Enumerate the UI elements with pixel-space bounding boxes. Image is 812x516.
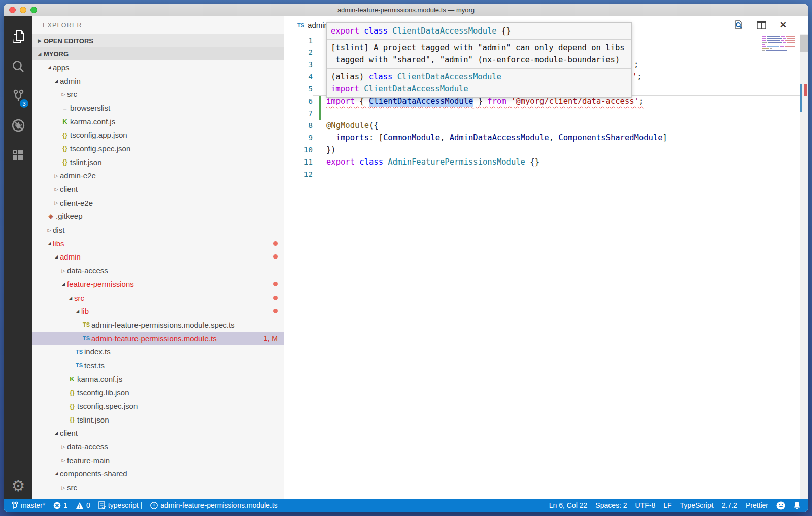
tree-item-feature-permissions[interactable]: ◢feature-permissions (32, 277, 284, 291)
tree-item-data-access[interactable]: ▷data-access (32, 264, 284, 277)
status-encoding[interactable]: UTF-8 (635, 501, 656, 509)
line-number: 4 (284, 71, 313, 83)
tree-item-label: tsconfig.spec.json (77, 402, 138, 410)
status-cursor-position[interactable]: Ln 6, Col 22 (549, 501, 588, 509)
tree-item-karma.conf.js[interactable]: Kkarma.conf.js (32, 115, 284, 128)
line-number: 7 (284, 107, 313, 119)
code-line-7[interactable]: 7 (284, 107, 808, 119)
status-errors[interactable]: 1 (53, 501, 67, 509)
tree-item-tslint.json[interactable]: {}tslint.json (32, 155, 284, 169)
folder-expanded-icon: ◢ (60, 282, 67, 286)
status-warnings[interactable]: 0 (76, 501, 90, 509)
tree-item-label: tsconfig.spec.json (70, 144, 130, 153)
tree-item-client-e2e[interactable]: ▷client-e2e (32, 196, 284, 210)
tree-item-libs[interactable]: ◢libs (32, 237, 284, 250)
overview-modified-mark (800, 84, 802, 112)
scrollbar-slider[interactable] (800, 35, 808, 52)
tree-item-client[interactable]: ▷client (32, 182, 284, 196)
info-icon (150, 502, 158, 509)
error-dot-badge (273, 254, 278, 259)
tree-item-tslint.json[interactable]: {}tslint.json (32, 413, 284, 427)
status-notifications[interactable] (793, 501, 801, 509)
debug-activity-item[interactable] (4, 112, 32, 141)
tree-item-tsconfig.spec.json[interactable]: {}tsconfig.spec.json (32, 399, 284, 413)
code-line-11[interactable]: 11export class AdminFeaturePermissionsMo… (284, 156, 808, 168)
extensions-activity-item[interactable] (4, 141, 32, 171)
folder-expanded-icon: ◢ (46, 65, 53, 70)
list-icon: ≡ (60, 104, 70, 112)
search-activity-item[interactable] (4, 53, 32, 82)
split-editor-icon[interactable] (757, 21, 766, 29)
close-icon[interactable]: ✕ (780, 20, 787, 30)
tree-item-tsconfig.app.json[interactable]: {}tsconfig.app.json (32, 128, 284, 142)
status-label: 1 (63, 501, 67, 509)
status-ts-version[interactable]: 2.7.2 (722, 501, 737, 509)
tree-item-label: admin-feature-permissions.module.spec.ts (91, 320, 235, 329)
tree-item-admin-feature-permissions.module.ts[interactable]: TSadmin-feature-permissions.module.ts1, … (32, 332, 284, 345)
tree-item-apps[interactable]: ◢apps (32, 60, 284, 74)
folder-expanded-icon: ◢ (53, 79, 60, 83)
code-content: }) (313, 144, 336, 156)
settings-gear-icon[interactable]: ⚙ (12, 478, 25, 494)
tree-item-client[interactable]: ◢client (32, 427, 284, 440)
code-token: AdminFeaturePermissionsModule (388, 156, 530, 168)
code-line-10[interactable]: 10}) (284, 144, 808, 156)
tree-item-src[interactable]: ▷src (32, 87, 284, 101)
open-preview-icon[interactable] (734, 20, 743, 30)
code-editor[interactable]: 123;4';56import { ClientDataAccessModule… (284, 34, 808, 499)
code-token: ({ (369, 119, 379, 132)
tree-item-test.ts[interactable]: TStest.ts (32, 359, 284, 372)
code-line-12[interactable]: 12 (284, 168, 808, 180)
tree-item-admin-e2e[interactable]: ▷admin-e2e (32, 169, 284, 183)
status-tslint[interactable]: typescript | (98, 501, 142, 509)
folder-expanded-icon: ◢ (74, 309, 81, 313)
status-prettier[interactable]: Prettier (746, 501, 768, 509)
tree-item-tsconfig.lib.json[interactable]: {}tsconfig.lib.json (32, 386, 284, 400)
line-number: 12 (284, 168, 313, 180)
open-editors-header[interactable]: ▶ OPEN EDITORS (32, 34, 284, 47)
warning-icon (76, 502, 84, 509)
tree-item-tsconfig.spec.json[interactable]: {}tsconfig.spec.json (32, 142, 284, 155)
status-language[interactable]: TypeScript (680, 501, 714, 509)
explorer-activity-item[interactable] (4, 23, 32, 53)
tree-item-data-access[interactable]: ▷data-access (32, 440, 284, 454)
explorer-sidebar: EXPLORER ▶ OPEN EDITORS ◢ MYORG ◢apps◢ad… (32, 16, 284, 499)
extensions-icon (12, 148, 25, 164)
line-number: 9 (284, 132, 313, 144)
status-feedback[interactable] (776, 501, 785, 510)
tree-item-.gitkeep[interactable]: ◈.gitkeep (32, 210, 284, 223)
source-control-activity-item[interactable]: 3 (4, 82, 32, 112)
code-token: }) (326, 144, 336, 156)
tree-item-dist[interactable]: ▷dist (32, 223, 284, 237)
file-tree: ◢apps◢admin▷src≡browserslistKkarma.conf.… (32, 60, 284, 494)
tree-item-label: test.ts (84, 361, 105, 370)
titlebar: admin-feature-permissions.module.ts — my… (4, 4, 808, 16)
tree-item-feature-main[interactable]: ▷feature-main (32, 454, 284, 467)
json-icon: {} (60, 158, 70, 166)
tree-item-browserslist[interactable]: ≡browserslist (32, 101, 284, 115)
overview-error-mark (804, 84, 807, 96)
minimap[interactable] (762, 36, 795, 51)
tree-item-admin[interactable]: ◢admin (32, 74, 284, 88)
tree-item-admin-feature-permissions.module.spec.ts[interactable]: TSadmin-feature-permissions.module.spec.… (32, 318, 284, 332)
tree-item-lib[interactable]: ◢lib (32, 304, 284, 318)
workspace-root-header[interactable]: ◢ MYORG (32, 47, 284, 60)
tree-item-src[interactable]: ▷src (32, 480, 284, 494)
tree-item-admin[interactable]: ◢admin (32, 250, 284, 264)
tree-item-src[interactable]: ◢src (32, 291, 284, 305)
code-line-9[interactable]: 9 imports: [CommonModule, AdminDataAcces… (284, 132, 808, 144)
status-label: LF (663, 501, 671, 509)
tree-item-karma.conf.js[interactable]: Kkarma.conf.js (32, 372, 284, 386)
tree-item-label: components-shared (60, 469, 127, 478)
code-content (313, 83, 326, 95)
status-eol[interactable]: LF (663, 501, 671, 509)
code-line-8[interactable]: 8@NgModule({ (284, 119, 808, 132)
status-file-info[interactable]: admin-feature-permissions.module.ts (150, 501, 277, 509)
tree-item-index.ts[interactable]: TSindex.ts (32, 345, 284, 359)
status-branch[interactable]: master* (11, 501, 45, 509)
overview-ruler[interactable] (800, 34, 808, 499)
status-indentation[interactable]: Spaces: 2 (595, 501, 627, 509)
line-number: 8 (284, 119, 313, 132)
tree-item-components-shared[interactable]: ◢components-shared (32, 467, 284, 481)
code-content: imports: [CommonModule, AdminDataAccessM… (313, 132, 667, 144)
